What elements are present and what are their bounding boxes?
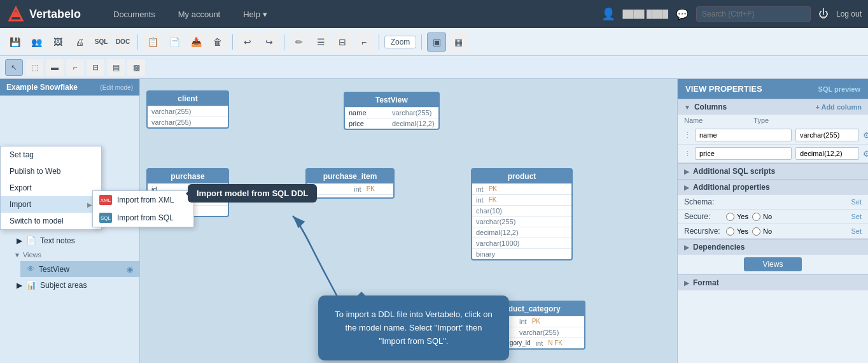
- additional-sql-section[interactable]: ▶ Additional SQL scripts: [678, 163, 868, 179]
- logout-button[interactable]: Log out: [836, 10, 862, 18]
- recursive-no-radio[interactable]: No: [752, 227, 772, 236]
- views-btn[interactable]: Views: [744, 257, 802, 271]
- image-button[interactable]: 🖼: [48, 32, 67, 52]
- view-normal-button[interactable]: ▣: [427, 32, 446, 52]
- import-xml-item[interactable]: XML Import from XML: [93, 191, 193, 209]
- columns-section[interactable]: ▼ Columns + Add column: [678, 99, 868, 115]
- sql-icon: SQL: [99, 213, 112, 223]
- add-column-btn[interactable]: + Add column: [815, 103, 862, 111]
- sidebar-text-notes[interactable]: ▶ 📄 Text notes: [10, 232, 139, 248]
- table-row: name varchar(255): [345, 107, 438, 118]
- import-button[interactable]: 📥: [186, 32, 206, 52]
- purchase-header: purchase: [148, 169, 228, 183]
- copy-button[interactable]: 📋: [143, 32, 162, 52]
- top-nav: Vertabelo Documents My account Help 👤 ██…: [0, 0, 868, 28]
- import-sql-item[interactable]: SQL Import from SQL: [93, 209, 193, 227]
- col-name-input-1[interactable]: [695, 129, 792, 141]
- rect-select-tool[interactable]: ⬚: [25, 59, 43, 76]
- col-name-input-2[interactable]: [695, 147, 792, 160]
- note-tool[interactable]: ▤: [107, 59, 125, 76]
- users-button[interactable]: 👥: [27, 32, 46, 52]
- strikethrough-tool[interactable]: ▩: [127, 59, 145, 76]
- views-label: Views: [23, 251, 41, 259]
- sidebar-subtitle: (Edit mode): [100, 84, 133, 91]
- draw-toolbar: ↖ ⬚ ▬ ⌐ ⊟ ▤ ▩: [0, 56, 868, 79]
- toolbar-separator-3: [284, 34, 284, 50]
- print-button[interactable]: 🖨: [70, 32, 89, 52]
- fk2-tool[interactable]: ⊟: [87, 59, 104, 76]
- edit-button[interactable]: ✏: [290, 32, 309, 52]
- logo-icon: [6, 4, 25, 24]
- secure-set-btn[interactable]: Set: [851, 213, 862, 220]
- props-header: VIEW PROPERTIES SQL preview: [678, 79, 868, 99]
- nav-links: Documents My account Help: [108, 7, 589, 22]
- purchase-item-table[interactable]: purchase_item id int PK: [305, 168, 395, 199]
- col-settings-icon-2[interactable]: ⚙: [863, 149, 868, 159]
- additional-props-section[interactable]: ▶ Additional properties: [678, 179, 868, 195]
- table-row: int PK: [472, 183, 571, 194]
- ctx-export[interactable]: Export: [1, 180, 101, 196]
- dependencies-section[interactable]: ▶ Dependencies: [678, 239, 868, 255]
- toolbar-separator-1: [137, 34, 138, 50]
- product-header: product: [472, 169, 571, 183]
- align-button[interactable]: ⊟: [333, 32, 352, 52]
- client-table[interactable]: client varchar(255) varchar(255): [146, 90, 229, 129]
- sidebar-title: Example Snowflake: [6, 83, 78, 92]
- sidebar-testview[interactable]: 👁 TestView ◉: [20, 261, 139, 277]
- save-button[interactable]: 💾: [5, 32, 24, 52]
- view-compact-button[interactable]: ▦: [449, 32, 468, 52]
- logo: Vertabelo: [6, 4, 95, 24]
- client-header: client: [148, 92, 228, 106]
- col-settings-icon-1[interactable]: ⚙: [863, 131, 868, 140]
- chat-icon[interactable]: 💬: [676, 8, 689, 20]
- nav-documents[interactable]: Documents: [108, 7, 160, 22]
- toolbar-separator-5: [421, 34, 422, 50]
- xml-icon: XML: [99, 195, 112, 205]
- tooltip-text: To import a DDL file into Vertabelo, cli…: [335, 310, 492, 346]
- recursive-yes-radio[interactable]: Yes: [726, 227, 748, 236]
- product-table[interactable]: product int PK int FK char(10) varchar(2…: [471, 168, 573, 260]
- table-tool[interactable]: ▬: [46, 59, 64, 76]
- ctx-import[interactable]: Import ▶: [1, 196, 101, 213]
- app-title: Vertabelo: [29, 8, 81, 21]
- recursive-row: Recursive: Yes No Set: [678, 224, 868, 239]
- testview-table[interactable]: TestView name varchar(255) price decimal…: [344, 92, 440, 130]
- toolbar-separator-2: [232, 34, 233, 50]
- row-handle: ⋮: [684, 131, 691, 139]
- format-section[interactable]: ▶ Format: [678, 274, 868, 290]
- nav-help[interactable]: Help: [238, 7, 272, 22]
- sql-button[interactable]: SQL: [92, 32, 111, 52]
- doc-button[interactable]: DOC: [113, 32, 132, 52]
- nav-my-account[interactable]: My account: [173, 7, 225, 22]
- table-row: varchar(1000): [472, 238, 571, 248]
- list-button[interactable]: ☰: [311, 32, 330, 52]
- col-type-input-1[interactable]: [795, 129, 859, 141]
- undo-button[interactable]: ↩: [238, 32, 257, 52]
- fk-tool[interactable]: ⌐: [66, 59, 84, 76]
- secure-row: Secure: Yes No Set: [678, 210, 868, 224]
- col-type-input-2[interactable]: [795, 147, 859, 160]
- paste-button[interactable]: 📄: [165, 32, 184, 52]
- views-dep-row: Views: [678, 255, 868, 274]
- secure-no-radio[interactable]: No: [752, 213, 772, 221]
- ctx-switch-to-model[interactable]: Switch to model: [1, 213, 101, 229]
- recursive-set-btn[interactable]: Set: [851, 227, 862, 235]
- search-input[interactable]: [696, 6, 811, 22]
- canvas-area: TestView name varchar(255) price decimal…: [140, 79, 677, 363]
- ctx-set-tag[interactable]: Set tag: [1, 146, 101, 163]
- delete-button[interactable]: 🗑: [208, 32, 227, 52]
- corner-button[interactable]: ⌐: [354, 32, 374, 52]
- toolbar-separator-4: [379, 34, 379, 50]
- sidebar-section-views: ▼ Views: [10, 248, 139, 261]
- ctx-publish-to-web[interactable]: Publish to Web: [1, 163, 101, 180]
- select-tool[interactable]: ↖: [5, 59, 23, 76]
- props-title: VIEW PROPERTIES: [685, 84, 762, 94]
- sql-preview-link[interactable]: SQL preview: [818, 85, 860, 93]
- sidebar-subject-areas[interactable]: ▶ 📊 Subject areas: [10, 277, 139, 293]
- sidebar-header: Example Snowflake (Edit mode): [0, 79, 139, 96]
- user-icon: 👤: [601, 7, 615, 21]
- schema-set-btn[interactable]: Set: [851, 198, 862, 206]
- secure-yes-radio[interactable]: Yes: [726, 213, 748, 221]
- sql-ddl-callout: Import model from SQL DDL: [188, 184, 317, 203]
- redo-button[interactable]: ↪: [260, 32, 279, 52]
